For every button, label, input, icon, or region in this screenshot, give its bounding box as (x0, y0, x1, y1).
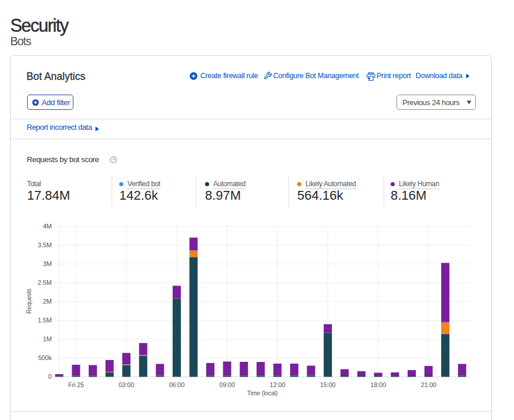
svg-text:2M: 2M (43, 298, 52, 305)
svg-text:12:00: 12:00 (270, 381, 285, 388)
svg-text:500k: 500k (38, 354, 52, 361)
svg-text:18:00: 18:00 (371, 381, 387, 388)
svg-text:2.5M: 2.5M (38, 279, 52, 286)
svg-text:3.5M: 3.5M (38, 241, 52, 248)
svg-text:21:00: 21:00 (421, 381, 436, 388)
svg-text:09:00: 09:00 (219, 381, 235, 388)
svg-text:0: 0 (48, 373, 52, 380)
svg-text:Time (local): Time (local) (247, 389, 277, 397)
svg-text:Fri 25: Fri 25 (68, 381, 84, 388)
svg-text:3M: 3M (43, 260, 52, 267)
svg-text:15:00: 15:00 (320, 381, 336, 388)
svg-text:06:00: 06:00 (169, 381, 185, 388)
svg-text:1.5M: 1.5M (38, 317, 52, 324)
svg-text:4M: 4M (43, 223, 52, 230)
svg-text:03:00: 03:00 (119, 381, 135, 388)
svg-text:Requests: Requests (25, 288, 32, 314)
svg-text:1M: 1M (43, 335, 52, 342)
